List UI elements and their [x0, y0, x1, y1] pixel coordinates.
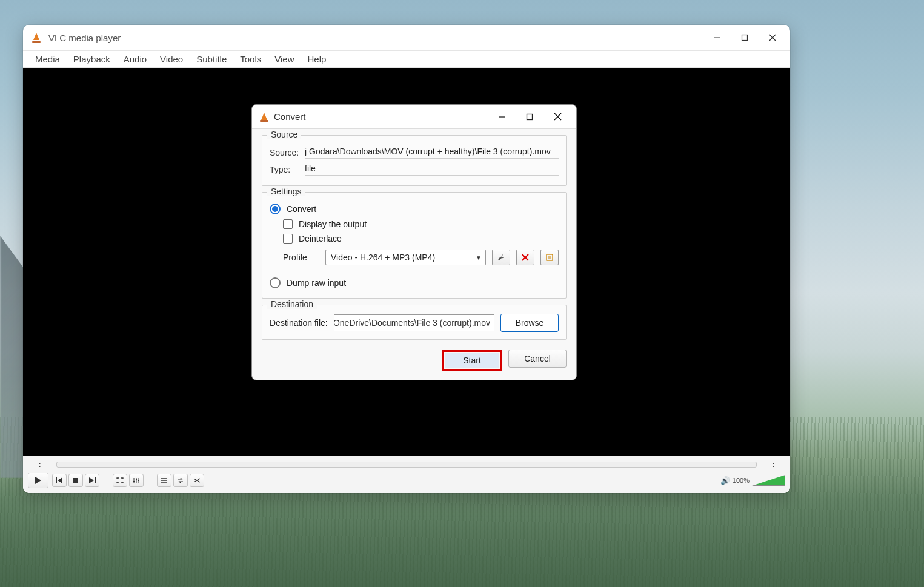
minimize-button[interactable] — [703, 25, 731, 50]
source-legend: Source — [267, 130, 301, 139]
profile-row: Profile Video - H.264 + MP3 (MP4) ▼ — [270, 246, 559, 267]
convert-dialog: Convert Source Source: j Godara\Download… — [251, 104, 577, 380]
fullscreen-button[interactable] — [113, 474, 127, 487]
time-elapsed: --:-- — [28, 460, 52, 469]
loop-button[interactable] — [173, 474, 188, 487]
dump-radio[interactable] — [270, 277, 281, 288]
cancel-button[interactable]: Cancel — [508, 350, 567, 368]
play-icon — [35, 476, 42, 485]
profile-label: Profile — [283, 253, 319, 262]
dialog-title: Convert — [274, 111, 488, 122]
loop-icon — [177, 477, 184, 483]
svg-rect-15 — [138, 480, 139, 481]
speaker-icon[interactable]: 🔊 — [720, 476, 730, 485]
browse-button[interactable]: Browse — [500, 314, 559, 332]
menu-media[interactable]: Media — [29, 53, 66, 65]
dump-radio-row[interactable]: Dump raw input — [270, 275, 559, 291]
fullscreen-icon — [116, 477, 124, 483]
shuffle-button[interactable] — [190, 474, 204, 487]
dest-file-input[interactable]: OneDrive\Documents\File 3 (corrupt).mov — [334, 314, 494, 331]
svg-marker-8 — [89, 477, 94, 483]
volume-control: 🔊 100% — [720, 475, 785, 486]
dialog-titlebar: Convert — [252, 105, 576, 129]
type-value: file — [305, 164, 559, 176]
playlist-group — [157, 474, 204, 487]
menu-help[interactable]: Help — [302, 53, 333, 65]
svg-rect-14 — [136, 479, 137, 480]
start-button-highlight: Start — [442, 350, 502, 371]
controls-row: 🔊 100% — [28, 473, 785, 488]
dialog-window-controls — [488, 105, 571, 129]
deinterlace-label: Deinterlace — [299, 234, 342, 244]
edit-profile-button[interactable] — [492, 250, 510, 265]
source-row: Source: j Godara\Downloads\MOV (corrupt … — [270, 144, 559, 161]
deinterlace-row[interactable]: Deinterlace — [270, 231, 559, 246]
display-output-row[interactable]: Display the output — [270, 217, 559, 231]
menubar: Media Playback Audio Video Subtitle Tool… — [23, 51, 790, 68]
convert-radio-row[interactable]: Convert — [270, 201, 559, 217]
minimize-icon — [498, 113, 505, 121]
close-button[interactable] — [759, 25, 786, 50]
playlist-button[interactable] — [157, 474, 171, 487]
menu-view[interactable]: View — [268, 53, 300, 65]
menu-audio[interactable]: Audio — [118, 53, 153, 65]
volume-slider[interactable] — [752, 475, 785, 486]
svg-rect-13 — [133, 481, 135, 482]
window-controls — [703, 25, 786, 50]
vlc-cone-icon — [32, 32, 42, 43]
dialog-maximize-button[interactable] — [516, 105, 543, 129]
svg-rect-5 — [56, 477, 57, 483]
dialog-body: Source Source: j Godara\Downloads\MOV (c… — [252, 129, 576, 380]
main-titlebar: VLC media player — [23, 25, 790, 51]
delete-profile-button[interactable] — [516, 250, 534, 265]
type-row: Type: file — [270, 161, 559, 178]
new-profile-button[interactable] — [540, 250, 559, 265]
dialog-close-button[interactable] — [543, 105, 571, 129]
dest-file-value: OneDrive\Documents\File 3 (corrupt).mov — [334, 318, 490, 328]
next-button[interactable] — [85, 474, 99, 487]
start-button[interactable]: Start — [445, 353, 499, 368]
playlist-icon — [161, 477, 168, 483]
menu-playback[interactable]: Playback — [67, 53, 116, 65]
bottom-panel: --:-- --:-- — [23, 456, 790, 493]
destination-row: Destination file: OneDrive\Documents\Fil… — [270, 314, 559, 332]
menu-tools[interactable]: Tools — [234, 53, 267, 65]
maximize-icon — [741, 34, 748, 41]
prev-icon — [56, 477, 63, 483]
maximize-icon — [526, 113, 533, 121]
dialog-minimize-button[interactable] — [488, 105, 516, 129]
settings-legend: Settings — [267, 187, 305, 196]
menu-video[interactable]: Video — [154, 53, 189, 65]
svg-rect-7 — [73, 478, 78, 483]
shuffle-icon — [193, 477, 201, 483]
ext-settings-button[interactable] — [129, 474, 144, 487]
minimize-icon — [713, 34, 720, 41]
chevron-down-icon: ▼ — [476, 254, 482, 261]
close-icon — [554, 113, 562, 121]
source-label: Source: — [270, 148, 305, 158]
settings-fieldset: Settings Convert Display the output Dein… — [262, 192, 567, 299]
convert-radio-label: Convert — [287, 204, 316, 214]
maximize-button[interactable] — [731, 25, 759, 50]
display-output-label: Display the output — [299, 219, 367, 229]
skip-group — [52, 474, 99, 487]
prev-button[interactable] — [52, 474, 67, 487]
destination-legend: Destination — [267, 299, 317, 309]
dest-file-label: Destination file: — [270, 318, 328, 328]
deinterlace-checkbox[interactable] — [283, 234, 293, 244]
display-output-checkbox[interactable] — [283, 219, 293, 229]
dialog-actions: Start Cancel — [262, 346, 567, 371]
source-value: j Godara\Downloads\MOV (corrupt + health… — [305, 147, 559, 159]
equalizer-icon — [133, 477, 140, 483]
seek-row: --:-- --:-- — [28, 460, 785, 469]
profile-select[interactable]: Video - H.264 + MP3 (MP4) ▼ — [325, 250, 486, 265]
close-icon — [769, 34, 776, 41]
seek-slider[interactable] — [56, 462, 757, 468]
menu-subtitle[interactable]: Subtitle — [190, 53, 233, 65]
svg-rect-1 — [742, 35, 748, 41]
convert-radio[interactable] — [270, 204, 281, 214]
destination-fieldset: Destination Destination file: OneDrive\D… — [262, 305, 567, 340]
play-button[interactable] — [28, 473, 48, 488]
svg-marker-4 — [35, 477, 41, 484]
stop-button[interactable] — [68, 474, 83, 487]
